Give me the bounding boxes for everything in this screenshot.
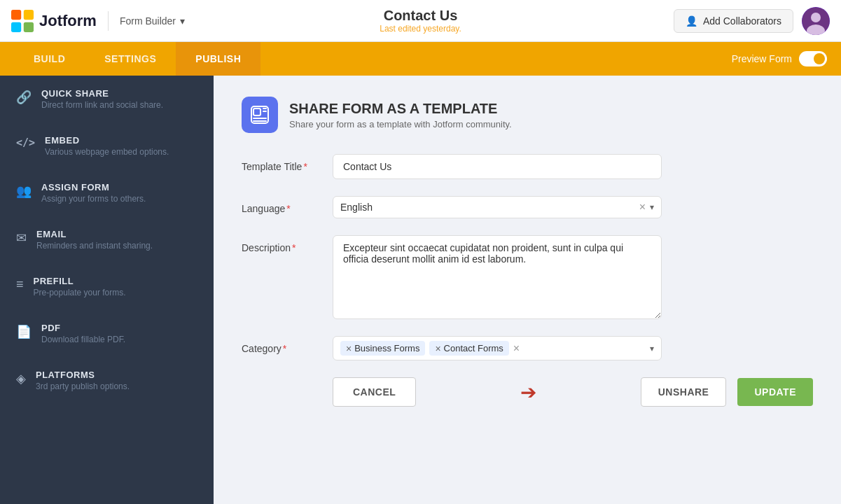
- tag-business-forms: × Business Forms: [340, 341, 425, 356]
- sidebar-label-email: EMAIL: [36, 229, 153, 239]
- platforms-icon: ◈: [16, 371, 26, 386]
- logo[interactable]: Jotform: [11, 10, 97, 32]
- language-row: Language* English × ▾: [242, 196, 662, 218]
- sidebar-item-prefill[interactable]: ≡ PREFILL Pre-populate your forms.: [0, 263, 214, 310]
- share-icon-box: [242, 97, 278, 133]
- main-content: SHARE FORM AS A TEMPLATE Share your form…: [214, 76, 841, 504]
- tab-publish[interactable]: PUBLISH: [176, 42, 260, 76]
- logo-icon: [11, 10, 34, 32]
- header-center: Contact Us Last edited yesterday.: [380, 8, 461, 34]
- sidebar-desc-pdf: Download fillable PDF.: [41, 335, 125, 344]
- sidebar-item-platforms[interactable]: ◈ PLATFORMS 3rd party publish options.: [0, 357, 214, 404]
- tag-contact-forms: × Contact Forms: [429, 341, 508, 356]
- main-layout: 🔗 QUICK SHARE Direct form link and socia…: [0, 76, 841, 504]
- form-actions: CANCEL ➔ UNSHARE UPDATE: [242, 377, 813, 407]
- add-collaborators-button[interactable]: 👤 Add Collaborators: [674, 9, 793, 33]
- update-button[interactable]: UPDATE: [737, 378, 813, 406]
- email-icon: ✉: [16, 230, 27, 246]
- share-section-title: SHARE FORM AS A TEMPLATE: [289, 101, 512, 117]
- sidebar-label-assign-form: ASSIGN FORM: [41, 182, 146, 192]
- avatar-image: [802, 7, 830, 35]
- category-clear-icon[interactable]: ×: [513, 342, 520, 355]
- header-left: Jotform Form Builder ▾: [11, 10, 185, 32]
- share-header: SHARE FORM AS A TEMPLATE Share your form…: [242, 97, 813, 133]
- tag-contact-label: Contact Forms: [444, 343, 503, 354]
- share-template-icon: [250, 105, 270, 125]
- language-select[interactable]: English × ▾: [333, 196, 662, 218]
- sidebar-desc-quick-share: Direct form link and social share.: [41, 100, 163, 110]
- category-chevron-icon: ▾: [650, 344, 654, 354]
- template-form: Template Title* Language* English × ▾ De…: [242, 154, 662, 360]
- svg-rect-3: [24, 22, 34, 31]
- sidebar-label-platforms: PLATFORMS: [36, 370, 130, 380]
- svg-rect-0: [11, 10, 21, 20]
- preview-toggle-switch[interactable]: [799, 51, 827, 66]
- tab-settings[interactable]: SETTINGS: [85, 42, 176, 76]
- preview-form-label: Preview Form: [732, 53, 792, 64]
- nav-tabs: BUILD SETTINGS PUBLISH Preview Form: [0, 42, 841, 76]
- preview-form-toggle[interactable]: Preview Form: [732, 51, 827, 66]
- sidebar: 🔗 QUICK SHARE Direct form link and socia…: [0, 76, 214, 504]
- form-subtitle: Last edited yesterday.: [380, 24, 461, 34]
- form-builder-button[interactable]: Form Builder ▾: [120, 15, 185, 27]
- svg-rect-8: [253, 108, 260, 115]
- toggle-knob: [814, 53, 825, 64]
- sidebar-item-quick-share[interactable]: 🔗 QUICK SHARE Direct form link and socia…: [0, 76, 214, 122]
- arrow-spacer: ➔: [427, 381, 629, 404]
- tab-build[interactable]: BUILD: [14, 42, 85, 76]
- link-icon: 🔗: [16, 90, 32, 105]
- pdf-icon: 📄: [16, 324, 32, 340]
- embed-icon: </>: [16, 136, 35, 149]
- header-right: 👤 Add Collaborators: [674, 7, 830, 35]
- form-title: Contact Us: [380, 8, 461, 24]
- template-title-row: Template Title*: [242, 154, 662, 179]
- category-select[interactable]: × Business Forms × Contact Forms × ▾: [333, 336, 662, 360]
- template-title-label: Template Title*: [242, 154, 333, 172]
- sidebar-label-quick-share: QUICK SHARE: [41, 88, 163, 99]
- description-textarea[interactable]: Excepteur sint occaecat cupidatat non pr…: [333, 235, 662, 319]
- language-label: Language*: [242, 196, 333, 214]
- sidebar-desc-assign-form: Assign your forms to others.: [41, 194, 146, 204]
- tag-business-remove-icon[interactable]: ×: [346, 344, 352, 354]
- svg-rect-2: [11, 22, 21, 31]
- arrow-right-icon: ➔: [520, 381, 536, 404]
- logo-text: Jotform: [39, 12, 97, 30]
- tag-contact-remove-icon[interactable]: ×: [435, 344, 440, 354]
- header-divider: [108, 11, 109, 31]
- sidebar-item-assign-form[interactable]: 👥 ASSIGN FORM Assign your forms to other…: [0, 169, 214, 216]
- category-label: Category*: [242, 336, 333, 354]
- sidebar-item-embed[interactable]: </> EMBED Various webpage embed options.: [0, 122, 214, 169]
- prefill-icon: ≡: [16, 277, 24, 292]
- sidebar-desc-embed: Various webpage embed options.: [45, 147, 169, 157]
- language-chevron-icon: ▾: [650, 202, 654, 212]
- unshare-button[interactable]: UNSHARE: [641, 377, 727, 407]
- language-clear-icon[interactable]: ×: [639, 201, 646, 214]
- avatar[interactable]: [802, 7, 830, 35]
- tag-business-label: Business Forms: [354, 343, 419, 354]
- sidebar-item-email[interactable]: ✉ EMAIL Reminders and instant sharing.: [0, 216, 214, 263]
- share-section-desc: Share your form as a template with Jotfo…: [289, 119, 512, 130]
- sidebar-label-embed: EMBED: [45, 135, 169, 146]
- sidebar-desc-platforms: 3rd party publish options.: [36, 382, 130, 391]
- collaborators-icon: 👤: [686, 15, 697, 27]
- sidebar-label-prefill: PREFILL: [34, 276, 126, 286]
- form-builder-label: Form Builder: [120, 15, 176, 27]
- category-row: Category* × Business Forms × Contact For…: [242, 336, 662, 360]
- sidebar-item-pdf[interactable]: 📄 PDF Download fillable PDF.: [0, 310, 214, 357]
- chevron-down-icon: ▾: [180, 15, 185, 27]
- assign-icon: 👥: [16, 183, 32, 199]
- sidebar-desc-email: Reminders and instant sharing.: [36, 241, 153, 251]
- template-title-input[interactable]: [333, 154, 662, 179]
- sidebar-desc-prefill: Pre-populate your forms.: [34, 288, 126, 298]
- header: Jotform Form Builder ▾ Contact Us Last e…: [0, 0, 841, 42]
- svg-rect-1: [24, 10, 34, 20]
- description-label: Description*: [242, 235, 333, 253]
- add-collaborators-label: Add Collaborators: [703, 15, 781, 27]
- svg-point-5: [811, 13, 821, 22]
- cancel-button[interactable]: CANCEL: [333, 377, 416, 407]
- language-value: English: [340, 202, 635, 213]
- sidebar-label-pdf: PDF: [41, 323, 125, 333]
- description-row: Description* Excepteur sint occaecat cup…: [242, 235, 662, 319]
